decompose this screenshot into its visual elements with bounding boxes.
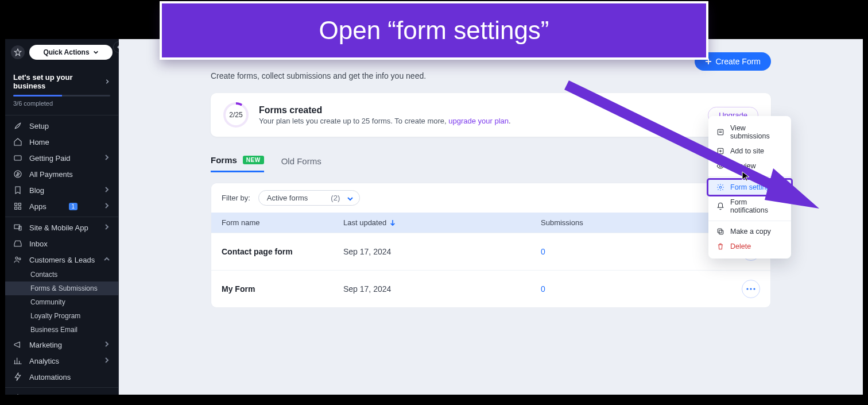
apps-icon <box>13 202 22 211</box>
gear-icon <box>13 394 22 395</box>
nav-all-payments[interactable]: All Payments <box>5 166 118 182</box>
filter-select[interactable]: Active forms (2) <box>258 190 360 206</box>
row-submissions[interactable]: 0 <box>541 284 742 294</box>
dollar-icon <box>13 169 22 179</box>
menu-view-submissions[interactable]: View submissions <box>708 121 791 144</box>
svg-rect-23 <box>718 229 722 233</box>
svg-point-21 <box>719 186 722 188</box>
row-name: My Form <box>222 284 343 294</box>
nav-marketing[interactable]: Marketing <box>5 337 118 353</box>
row-more-button[interactable] <box>742 280 760 298</box>
menu-form-settings[interactable]: Form settings <box>708 180 791 195</box>
chevron-right-icon <box>103 357 110 365</box>
nav-customers-leads[interactable]: Customers & Leads <box>5 252 118 268</box>
chevron-down-icon <box>347 195 354 202</box>
row-date: Sep 17, 2024 <box>343 284 541 294</box>
nav-analytics[interactable]: Analytics <box>5 353 118 369</box>
new-badge: NEW <box>243 156 264 164</box>
svg-marker-0 <box>14 49 21 56</box>
plan-ratio: 2/25 <box>229 111 242 119</box>
sub-contacts[interactable]: Contacts <box>5 268 118 281</box>
banner-text: Open “form settings” <box>319 16 549 45</box>
home-icon <box>13 137 22 146</box>
menu-make-copy[interactable]: Make a copy <box>708 224 791 239</box>
chevron-up-icon <box>103 256 110 264</box>
plan-title: Forms created <box>259 105 511 115</box>
menu-preview[interactable]: Preview <box>708 159 791 173</box>
megaphone-icon <box>13 340 22 349</box>
menu-add-to-site[interactable]: Add to site <box>708 144 791 159</box>
setup-business-row[interactable]: Let's set up your business <box>5 67 118 94</box>
create-form-label: Create Form <box>715 57 761 66</box>
menu-form-notifications[interactable]: Form notifications <box>708 195 791 218</box>
tab-forms[interactable]: Forms NEW <box>211 153 264 172</box>
plan-desc-b: . <box>509 117 511 125</box>
row-name: Contact page form <box>222 247 343 256</box>
table-row[interactable]: My Form Sep 17, 2024 0 <box>211 270 770 307</box>
chevron-right-icon <box>103 202 110 211</box>
upgrade-plan-link[interactable]: upgrade your plan <box>448 117 509 125</box>
blog-icon <box>13 186 22 195</box>
svg-point-15 <box>746 288 748 290</box>
tab-forms-label: Forms <box>211 155 237 165</box>
setup-label: Let's set up your business <box>13 73 104 90</box>
tab-old-forms[interactable]: Old Forms <box>281 154 321 172</box>
plan-card: 2/25 Forms created Your plan lets you cr… <box>211 93 771 137</box>
svg-point-17 <box>753 288 755 290</box>
nav-setup[interactable]: Setup <box>5 118 118 134</box>
svg-rect-22 <box>719 230 723 234</box>
filter-value: Active forms <box>267 194 308 202</box>
rocket-icon <box>13 121 22 130</box>
svg-rect-8 <box>19 226 21 230</box>
chevron-right-icon <box>103 341 110 349</box>
menu-delete[interactable]: Delete <box>708 239 791 254</box>
setup-progress-text: 3/6 completed <box>5 97 118 113</box>
svg-point-16 <box>750 288 751 290</box>
nav-inbox[interactable]: Inbox <box>5 236 118 252</box>
quick-actions-button[interactable]: Quick Actions <box>29 45 113 60</box>
filter-label: Filter by: <box>222 194 250 202</box>
sub-forms-submissions[interactable]: Forms & Submissions <box>5 281 118 295</box>
svg-point-10 <box>19 258 21 260</box>
chevron-right-icon <box>103 186 110 195</box>
nav-apps[interactable]: Apps1 <box>5 198 118 214</box>
nav-site-mobile[interactable]: Site & Mobile App <box>5 219 118 236</box>
tabs: Forms NEW Old Forms <box>211 153 771 172</box>
col-form-name[interactable]: Form name <box>222 218 343 227</box>
svg-rect-5 <box>15 207 17 209</box>
nav-blog[interactable]: Blog <box>5 182 118 198</box>
chart-icon <box>13 356 22 365</box>
row-date: Sep 17, 2024 <box>343 247 541 256</box>
filter-row: Filter by: Active forms (2) <box>211 183 771 213</box>
sub-community[interactable]: Community <box>5 295 118 309</box>
svg-point-9 <box>16 257 18 259</box>
instruction-banner: Open “form settings” <box>160 1 708 60</box>
svg-rect-4 <box>18 203 21 206</box>
sort-desc-icon <box>390 219 396 226</box>
chevron-right-icon <box>103 154 110 163</box>
plan-ring: 2/25 <box>223 102 249 128</box>
nav-getting-paid[interactable]: Getting Paid <box>5 150 118 166</box>
nav-settings[interactable]: Settings <box>5 390 118 395</box>
content-area: Create Form Create forms, collect submis… <box>119 39 863 395</box>
table-row[interactable]: Contact page form Sep 17, 2024 0 <box>211 233 770 270</box>
sub-loyalty[interactable]: Loyalty Program <box>5 309 118 323</box>
card-icon <box>13 153 22 163</box>
users-icon <box>13 255 22 264</box>
plan-desc-a: Your plan lets you create up to 25 forms… <box>259 117 448 125</box>
bolt-icon <box>13 372 22 381</box>
sidebar: Quick Actions Let's set up your business… <box>5 39 119 395</box>
devices-icon <box>13 223 22 232</box>
inbox-icon <box>13 239 22 248</box>
sidebar-logo-icon <box>11 45 25 59</box>
nav-automations[interactable]: Automations <box>5 369 118 385</box>
svg-point-20 <box>719 165 722 167</box>
svg-rect-1 <box>14 156 21 160</box>
svg-rect-18 <box>718 129 723 134</box>
col-last-updated[interactable]: Last updated <box>343 218 541 227</box>
sub-business-email[interactable]: Business Email <box>5 323 118 337</box>
forms-table: Form name Last updated Submissions Conta… <box>211 213 771 308</box>
quick-actions-label: Quick Actions <box>43 48 89 56</box>
nav-home[interactable]: Home <box>5 134 118 150</box>
svg-rect-3 <box>15 203 17 206</box>
